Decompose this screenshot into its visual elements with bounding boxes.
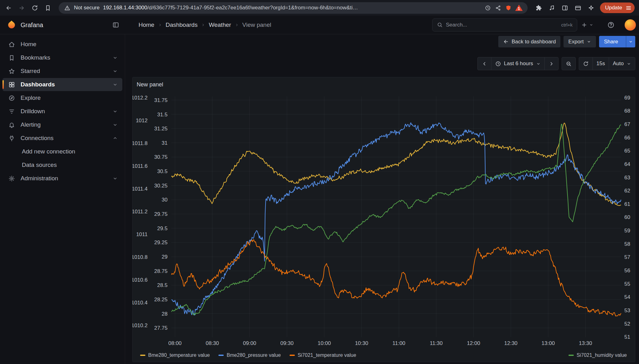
svg-text:60: 60 xyxy=(624,215,630,221)
rewards-sparkle-icon[interactable] xyxy=(587,4,595,12)
auto-refresh-label: Auto xyxy=(613,61,624,67)
svg-text:59: 59 xyxy=(624,228,630,234)
breadcrumb-item-dashboards[interactable]: Dashboards xyxy=(166,22,198,28)
chevron-down-icon xyxy=(589,23,593,27)
svg-text:31.75: 31.75 xyxy=(154,97,167,103)
svg-text:68: 68 xyxy=(624,108,630,114)
legend-item[interactable]: Si7021_temperature value xyxy=(290,352,356,358)
series-line-0 xyxy=(171,123,621,206)
panel-title[interactable]: New panel xyxy=(137,81,163,88)
sidebar-item-label: Data sources xyxy=(22,162,57,168)
series-line-3 xyxy=(171,124,621,315)
share-dropdown-button[interactable] xyxy=(626,36,635,47)
sidebar-item-alerting[interactable]: Alerting xyxy=(2,118,122,131)
not-secure-warning-icon[interactable] xyxy=(64,4,71,11)
chevron-down-icon xyxy=(628,39,633,44)
legend-item[interactable]: Bme280_pressure value xyxy=(218,352,280,358)
breadcrumb-item-home[interactable]: Home xyxy=(139,22,154,28)
time-shift-forward-button[interactable] xyxy=(544,57,559,70)
search-box[interactable]: ctrl+k xyxy=(432,18,577,32)
grafana-header: Grafana HomeDashboardsWeatherView panel … xyxy=(0,16,639,34)
svg-text:1010.6: 1010.6 xyxy=(133,277,148,283)
svg-text:10:00: 10:00 xyxy=(318,340,331,346)
svg-text:1011.6: 1011.6 xyxy=(133,163,148,169)
plus-icon xyxy=(581,22,588,28)
update-label: Update xyxy=(605,5,622,11)
dock-sidebar-icon[interactable] xyxy=(112,22,119,28)
brave-shield-icon[interactable] xyxy=(505,4,512,11)
time-shift-back-button[interactable] xyxy=(477,57,491,70)
svg-text:1012: 1012 xyxy=(136,118,148,124)
svg-text:1011.2: 1011.2 xyxy=(133,209,148,215)
extensions-puzzle-icon[interactable] xyxy=(534,4,543,12)
history-clock-icon[interactable] xyxy=(484,4,491,11)
time-range-label: Last 6 hours xyxy=(504,61,533,67)
notification-badge[interactable]: 1 xyxy=(515,5,523,11)
sidebar-item-drilldown[interactable]: Drilldown xyxy=(2,105,122,118)
svg-text:53: 53 xyxy=(624,308,630,313)
chart-svg: 1012.210121011.81011.61011.41011.2101110… xyxy=(133,77,635,362)
zoom-out-button[interactable] xyxy=(562,57,576,70)
add-button[interactable] xyxy=(581,22,593,28)
refresh-button[interactable] xyxy=(579,57,593,70)
badge-count: 1 xyxy=(515,7,523,11)
svg-text:28.75: 28.75 xyxy=(154,268,167,274)
legend-item[interactable]: Bme280_temperature value xyxy=(140,352,210,358)
chevron-right-icon xyxy=(549,61,554,67)
help-icon[interactable] xyxy=(607,21,615,29)
grafana-logo-icon[interactable] xyxy=(6,20,17,30)
share-button[interactable]: Share xyxy=(599,36,635,47)
sidebar-item-add-new-connection[interactable]: Add new connection xyxy=(2,145,122,158)
refresh-interval-label: 15s xyxy=(597,61,605,67)
chevron-left-icon xyxy=(481,61,487,67)
export-button[interactable]: Export xyxy=(563,36,596,47)
side-panel-icon[interactable] xyxy=(561,4,569,12)
breadcrumb-separator-icon xyxy=(235,23,239,27)
svg-text:56: 56 xyxy=(624,268,630,274)
back-to-dashboard-button[interactable]: Back to dashboard xyxy=(498,36,561,47)
user-avatar[interactable] xyxy=(625,19,636,31)
svg-text:29.5: 29.5 xyxy=(157,226,168,231)
sidebar-item-data-sources[interactable]: Data sources xyxy=(2,158,122,172)
chevron-up-icon xyxy=(112,135,118,141)
update-button[interactable]: Update xyxy=(600,2,635,13)
chevron-down-icon xyxy=(112,122,118,128)
refresh-group: 15s Auto xyxy=(579,57,635,70)
sidebar-item-home[interactable]: Home xyxy=(2,38,122,51)
sidebar-item-administration[interactable]: Administration xyxy=(2,172,122,185)
sidebar-item-explore[interactable]: Explore xyxy=(2,91,122,104)
music-note-icon[interactable] xyxy=(548,4,556,12)
share-page-icon[interactable] xyxy=(495,4,501,11)
address-bar[interactable]: Not secure 192.168.1.44:3000/d/636c77f5-… xyxy=(59,2,528,14)
forward-icon[interactable] xyxy=(17,4,26,12)
back-icon[interactable] xyxy=(4,4,12,12)
bookmark-flag-icon[interactable] xyxy=(44,4,52,12)
url-path: /d/636c77f5-7129-41a7-95f2-ea2c7ee16a6f/… xyxy=(147,5,358,11)
legend-color-mark xyxy=(290,355,295,356)
sidebar-item-bookmarks[interactable]: Bookmarks xyxy=(2,51,122,64)
sidebar-item-dashboards[interactable]: Dashboards xyxy=(2,78,122,91)
svg-text:51: 51 xyxy=(624,334,630,340)
svg-text:08:30: 08:30 xyxy=(206,340,219,346)
chevron-down-icon xyxy=(536,61,541,66)
url-text: 192.168.1.44:3000/d/636c77f5-7129-41a7-9… xyxy=(103,5,481,11)
search-input[interactable] xyxy=(446,22,558,28)
chart-panel: New panel 1012.210121011.81011.61011.410… xyxy=(132,77,635,362)
chevron-down-icon xyxy=(112,68,118,74)
sidebar-item-label: Dashboards xyxy=(21,81,55,88)
svg-text:09:30: 09:30 xyxy=(280,340,293,346)
reload-icon[interactable] xyxy=(31,4,39,12)
panel-toolbar: Back to dashboard Export Share xyxy=(498,36,635,47)
sidebar-item-starred[interactable]: Starred xyxy=(2,65,122,78)
svg-text:54: 54 xyxy=(624,294,630,300)
svg-text:30.25: 30.25 xyxy=(154,183,167,189)
refresh-interval-button[interactable]: 15s xyxy=(593,57,609,70)
breadcrumb-item-weather[interactable]: Weather xyxy=(209,22,231,28)
svg-text:31.5: 31.5 xyxy=(157,112,168,118)
menu-hamburger-icon[interactable] xyxy=(625,4,632,12)
wallet-icon[interactable] xyxy=(574,4,582,12)
legend-item[interactable]: Si7021_humidity value xyxy=(568,352,627,358)
time-range-picker[interactable]: Last 6 hours xyxy=(491,57,545,70)
auto-refresh-picker[interactable]: Auto xyxy=(609,57,635,70)
sidebar-item-connections[interactable]: Connections xyxy=(2,132,122,145)
